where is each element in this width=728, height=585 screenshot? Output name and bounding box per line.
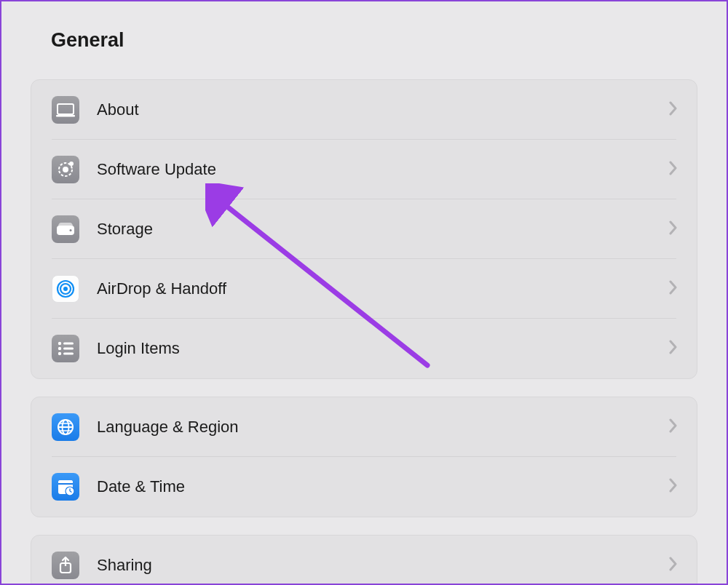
svg-point-3	[63, 167, 68, 172]
item-label: Software Update	[97, 160, 669, 179]
list-item-sharing[interactable]: Sharing	[31, 536, 697, 585]
svg-point-9	[63, 287, 68, 291]
settings-section-3: Sharing	[31, 535, 697, 585]
airdrop-icon	[52, 275, 79, 303]
list-item-airdrop-handoff[interactable]: AirDrop & Handoff	[31, 259, 697, 319]
about-icon	[52, 96, 79, 124]
svg-rect-13	[63, 348, 74, 350]
page-title: General	[1, 1, 727, 66]
chevron-right-icon	[669, 418, 678, 436]
list-item-date-time[interactable]: Date & Time	[31, 457, 697, 517]
svg-point-12	[58, 347, 61, 350]
chevron-right-icon	[669, 478, 678, 496]
software-update-icon	[52, 156, 79, 183]
list-item-about[interactable]: About	[31, 80, 697, 140]
svg-point-4	[69, 162, 74, 166]
storage-icon	[52, 215, 79, 243]
chevron-right-icon	[669, 340, 678, 357]
svg-point-14	[58, 352, 61, 355]
list-item-language-region[interactable]: Language & Region	[31, 397, 697, 457]
item-label: Language & Region	[97, 418, 669, 437]
item-label: Date & Time	[97, 477, 669, 496]
svg-point-6	[70, 229, 72, 231]
settings-section-2: Language & Region Date & Time	[31, 397, 697, 517]
chevron-right-icon	[669, 280, 678, 298]
chevron-right-icon	[669, 220, 678, 238]
sharing-icon	[52, 552, 79, 579]
item-label: AirDrop & Handoff	[97, 279, 669, 298]
item-label: Storage	[97, 220, 669, 239]
svg-rect-1	[56, 115, 75, 117]
svg-point-10	[58, 342, 61, 345]
item-label: About	[97, 100, 669, 119]
svg-rect-11	[63, 343, 74, 345]
svg-rect-23	[58, 483, 73, 485]
item-label: Login Items	[97, 339, 669, 358]
chevron-right-icon	[669, 557, 678, 574]
settings-section-1: About Software Update Storage AirDrop & …	[31, 79, 697, 379]
language-icon	[52, 413, 79, 441]
date-time-icon	[52, 473, 79, 501]
list-item-login-items[interactable]: Login Items	[31, 319, 697, 378]
chevron-right-icon	[669, 101, 678, 119]
list-item-storage[interactable]: Storage	[31, 199, 697, 259]
item-label: Sharing	[97, 556, 669, 575]
svg-rect-0	[58, 104, 74, 114]
svg-rect-15	[63, 353, 74, 355]
login-items-icon	[52, 335, 79, 362]
chevron-right-icon	[669, 161, 678, 178]
list-item-software-update[interactable]: Software Update	[31, 140, 697, 199]
